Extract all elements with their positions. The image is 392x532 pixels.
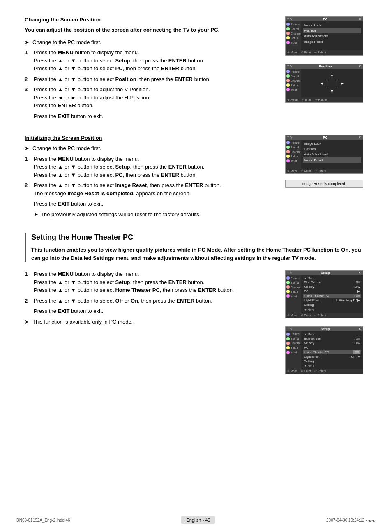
setup-label2: Setup bbox=[291, 84, 298, 87]
sound-icon3 bbox=[286, 146, 290, 149]
sound-icon2 bbox=[286, 74, 290, 78]
channel-label5: Channel bbox=[291, 342, 301, 345]
tv-body-setup-on: Picture Sound Channel Setup bbox=[286, 331, 363, 369]
note-arrow-icon: ➤ bbox=[34, 210, 38, 219]
home-theater-label: Home Theater PC bbox=[304, 294, 329, 298]
sidebar-input4: Input bbox=[286, 294, 300, 298]
setup-label3: Setup bbox=[291, 155, 298, 158]
blue-screen-label: Blue Screen bbox=[304, 280, 321, 284]
footer-enter4: ⏎ Enter bbox=[301, 314, 311, 317]
step-number-1: 1 bbox=[25, 49, 30, 73]
picture-icon2 bbox=[286, 70, 290, 73]
close-label5: ✕ bbox=[358, 327, 361, 331]
footer-return2: ↩ Return bbox=[315, 98, 327, 102]
home-theater-value-off: : Off bbox=[354, 294, 360, 298]
tv-body-pc: Picture Sound Channel Setup bbox=[286, 21, 363, 50]
channel-label3: Channel bbox=[291, 150, 301, 153]
close-label: ✕ bbox=[358, 17, 361, 21]
reset-menu-auto: Auto Adjustment bbox=[303, 152, 361, 157]
setup-label: Setup bbox=[291, 37, 298, 39]
page-number-badge: English - 46 bbox=[181, 516, 215, 524]
arrow-icon3: ➤ bbox=[25, 318, 29, 326]
section1-step2-text: Press the ▲ or ▼ button to select Positi… bbox=[34, 75, 277, 83]
home-theater-row-on: Home Theater PC Off bbox=[303, 350, 361, 354]
picture-icon3 bbox=[286, 141, 290, 144]
sidebar-picture5: Picture bbox=[286, 333, 300, 336]
picture-icon5 bbox=[286, 333, 290, 336]
more-down-off: ▼ More bbox=[303, 308, 361, 312]
page-footer: BN68-01192A_Eng-2.indd 46 English - 46 2… bbox=[0, 516, 392, 524]
tv-main-setup-off: ▲ More Blue Screen : Off Melody : Low PC… bbox=[301, 275, 363, 313]
melody-label: Melody bbox=[304, 285, 314, 289]
sidebar-setup: Setup bbox=[286, 36, 300, 39]
sidebar-input2: Input bbox=[286, 88, 300, 91]
setup-icon3 bbox=[286, 155, 290, 158]
section1-step0: ➤ Change to the PC mode first. bbox=[25, 38, 277, 46]
picture-label5: Picture bbox=[291, 333, 300, 335]
channel-label4: Channel bbox=[291, 286, 301, 289]
input-label5: Input bbox=[291, 351, 297, 354]
channel-icon5 bbox=[286, 342, 290, 345]
sound-label2: Sound bbox=[291, 75, 299, 78]
section3-step2: 2 Press the ▲ or ▼ button to select Off … bbox=[25, 297, 277, 315]
sidebar-input: Input bbox=[286, 41, 300, 44]
footer-move5: ⊕ Move bbox=[287, 370, 297, 373]
menu-image-reset: Image Reset bbox=[303, 39, 361, 44]
picture-icon4 bbox=[286, 276, 290, 280]
tv-main-reset: Image Lock Position Auto Adjustment Imag… bbox=[301, 140, 363, 169]
sidebar-channel3: Channel bbox=[286, 150, 300, 153]
section1-step0-text: Change to the PC mode first. bbox=[32, 38, 277, 46]
home-theater-row-off: Home Theater PC : Off bbox=[303, 294, 361, 298]
arrow-down-icon: ▼ bbox=[330, 89, 334, 93]
tv-screen-setup-off: T V Setup ✕ Picture Sound bbox=[285, 270, 363, 318]
section3-step2-text: Press the ▲ or ▼ button to select Off or… bbox=[34, 297, 277, 315]
setup-label4b: Setup bbox=[291, 290, 298, 293]
melody-value: : Low bbox=[353, 285, 360, 289]
tv-sidebar3: Picture Sound Channel Setup bbox=[286, 140, 301, 169]
section2-title: Initializing the Screen Position bbox=[25, 135, 277, 141]
input-label3: Input bbox=[291, 160, 297, 162]
tv-footer-setup-on: ⊕ Move ⏎ Enter ↩ Return bbox=[286, 369, 363, 374]
section1-step2: 2 Press the ▲ or ▼ button to select Posi… bbox=[25, 75, 277, 83]
tv-main-setup-on: ▲ More Blue Screen : Off Melody : Low PC bbox=[301, 331, 363, 369]
channel-label2: Channel bbox=[291, 79, 301, 82]
section3-note: ➤ This function is available only in PC … bbox=[25, 318, 277, 326]
section3-intro: This function enables you to view higher… bbox=[31, 246, 367, 262]
tv-screen-position: T V Position ✕ Picture Sound bbox=[285, 64, 363, 103]
blue-screen-row-on: Blue Screen : Off bbox=[303, 336, 361, 341]
setup-icon5 bbox=[286, 346, 290, 349]
footer-return: ↩ Return bbox=[314, 51, 326, 54]
footer-move3: ⊕ Move bbox=[287, 169, 297, 173]
light-effect-value-on: : On TV bbox=[349, 355, 360, 359]
arrow-icon2: ➤ bbox=[25, 144, 29, 153]
input-icon2 bbox=[286, 88, 290, 91]
reset-menu-image-lock: Image Lock bbox=[303, 141, 361, 146]
section2-step1-text: Press the MENU button to display the men… bbox=[34, 155, 277, 179]
pos-box bbox=[327, 80, 337, 86]
tv-main-pc: Image Lock Position Auto Adjustment Imag… bbox=[301, 21, 363, 50]
tv-footer-setup-off: ⊕ Move ⏎ Enter ↩ Return bbox=[286, 313, 363, 318]
sound-label3: Sound bbox=[291, 146, 299, 149]
blue-screen-value: : Off bbox=[354, 280, 360, 284]
tv-screen-pc-menu: T V PC ✕ Picture Sound bbox=[285, 16, 363, 56]
sound-label: Sound bbox=[291, 28, 299, 30]
light-effect-label: Light Effect bbox=[304, 298, 319, 302]
tv-sidebar4: Picture Sound Channel Setup bbox=[286, 275, 301, 313]
tv-label5: T V bbox=[287, 327, 292, 331]
sidebar-setup2: Setup bbox=[286, 83, 300, 87]
picture-label: Picture bbox=[291, 23, 300, 26]
sidebar-input3: Input bbox=[286, 159, 300, 162]
sidebar-setup3: Setup bbox=[286, 155, 300, 158]
step-number-3: 3 bbox=[25, 86, 30, 120]
tv-header-setup-on: T V Setup ✕ bbox=[286, 327, 363, 331]
more-down-on: ▼ More bbox=[303, 364, 361, 368]
section2-step2: 2 Press the ▲ or ▼ button to select Imag… bbox=[25, 181, 277, 218]
light-effect-label-on: Light Effect bbox=[304, 355, 319, 359]
footer-adjust: ⊕ Adjust bbox=[287, 98, 298, 102]
tv-body-position: Picture Sound Channel Setup bbox=[286, 69, 363, 97]
sidebar-channel5: Channel bbox=[286, 342, 300, 345]
melody-value-on: : Low bbox=[353, 341, 360, 345]
sidebar-sound4: Sound bbox=[286, 281, 300, 284]
home-theater-value-on: Off bbox=[353, 350, 360, 354]
setup-icon4 bbox=[286, 290, 290, 293]
